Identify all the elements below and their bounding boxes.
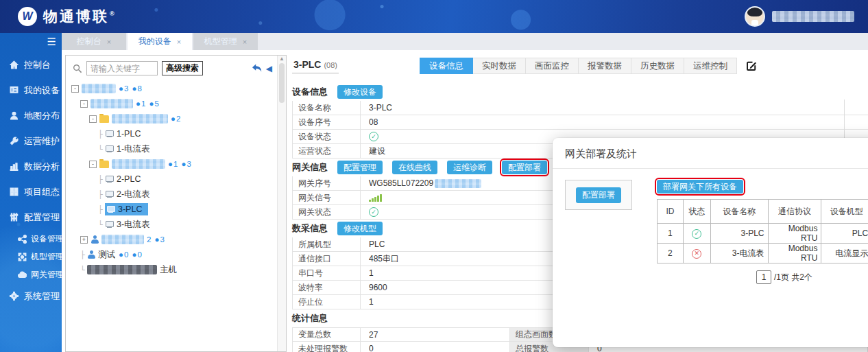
folder-icon [99, 115, 109, 123]
tree-expander-icon[interactable]: - [89, 115, 97, 123]
sidebar-subitem-网关管理[interactable]: 网关管理 [0, 266, 62, 283]
tree-node-测试[interactable]: ├测试●0 ●0 [71, 247, 283, 262]
tree-expander-icon[interactable]: - [89, 161, 97, 168]
undo-arrow-icon[interactable] [252, 64, 263, 73]
window-tab-机型管理[interactable]: 机型管理× [193, 33, 258, 50]
redacted-node-name [101, 235, 144, 244]
tree-node[interactable]: -●2 [71, 111, 283, 126]
wrench-icon [9, 137, 19, 146]
button-运维诊断[interactable]: 运维诊断 [447, 161, 492, 174]
tree-connector: ├ [98, 205, 105, 214]
sidebar-item-控制台[interactable]: 控制台 [0, 52, 62, 78]
cell-status: ✕ [683, 244, 710, 263]
cell-device-name: 3-PLC [710, 224, 768, 244]
tree-expander-icon[interactable]: - [80, 100, 88, 108]
button-配置管理[interactable]: 配置管理 [337, 161, 383, 174]
device-tree-panel: 高级搜索 ◀ -●3 ●8-●1 ●5-●2├1-PLC└1-电流表-●1 ●3… [65, 55, 287, 352]
tree-node-2-电流表[interactable]: ├2-电流表 [71, 187, 283, 202]
sidebar-item-系统管理[interactable]: 系统管理‹ [0, 283, 62, 309]
stats-label: 变量总数 [292, 328, 361, 341]
tab-历史数据[interactable]: 历史数据 [631, 58, 684, 74]
config-deploy-button[interactable]: 配置部署 [576, 187, 621, 203]
chevron-icon: ‹ [67, 212, 71, 222]
tree-node[interactable]: -●1 ●3 [71, 156, 283, 172]
brand-reg-mark: ® [110, 10, 117, 17]
button-修改设备[interactable]: 修改设备 [337, 85, 383, 99]
button-在线曲线[interactable]: 在线曲线 [392, 161, 437, 174]
tab-报警数据[interactable]: 报警数据 [579, 58, 631, 74]
sidebar-item-地图分布[interactable]: 地图分布‹ [0, 103, 62, 128]
window-tab-我的设备[interactable]: 我的设备× [128, 33, 192, 50]
tree-expander-icon[interactable]: + [80, 236, 88, 244]
sidebar-item-label: 系统管理 [24, 290, 60, 303]
tree-node[interactable]: -●3 ●8 [71, 81, 283, 96]
info-value-text: 485串口 [369, 253, 399, 265]
info-label: 设备名称 [292, 101, 361, 115]
sidebar-subitem-机型管理[interactable]: 机型管理 [0, 248, 62, 266]
x-circle-icon: ✕ [692, 249, 701, 259]
info-label: 网关状态 [292, 205, 361, 219]
info-label: 所属机型 [292, 237, 361, 251]
map-person-icon [9, 111, 19, 121]
column-header-状态: 状态 [683, 200, 710, 224]
gear-icon [9, 292, 19, 301]
button-配置部署[interactable]: 配置部署 [502, 161, 547, 174]
redacted-node-name [112, 114, 168, 124]
page-number-box[interactable]: 1 [756, 270, 771, 284]
node-count-badges: ●2 [171, 115, 181, 123]
section-header-设备信息: 设备信息修改设备 [292, 83, 868, 101]
sidebar-item-项目组态[interactable]: 项目组态 [0, 179, 62, 204]
cell-id: 2 [658, 244, 684, 263]
sidebar-item-我的设备[interactable]: 我的设备 [0, 78, 62, 103]
tree-node-1-PLC[interactable]: ├1-PLC [71, 126, 283, 141]
advanced-search-button[interactable]: 高级搜索 [162, 61, 203, 75]
hamburger-menu-icon[interactable]: ☰ [47, 36, 56, 48]
user-area[interactable] [745, 6, 854, 27]
tree-scrollbar[interactable]: ▲ [277, 56, 286, 351]
tree-node-label: 2-电流表 [117, 189, 150, 200]
chart-icon [9, 162, 19, 172]
sidebar-item-配置管理[interactable]: 配置管理‹ [0, 204, 62, 230]
window-tab-控制台[interactable]: 控制台× [62, 33, 126, 50]
tree-node-主机[interactable]: └主机 [71, 262, 283, 277]
tab-画面监控[interactable]: 画面监控 [526, 58, 579, 74]
tree-expander-icon[interactable]: - [71, 85, 79, 93]
sidebar-item-运营维护[interactable]: 运营维护‹ [0, 128, 62, 154]
node-count-badges: ●3 ●8 [119, 84, 143, 93]
tree-search-input[interactable] [86, 61, 158, 75]
stats-value: 0 [361, 342, 510, 352]
device-icon [105, 190, 114, 198]
app-header: W 物通博联® [0, 0, 868, 33]
deploy-all-devices-button[interactable]: 部署网关下所有设备 [657, 180, 743, 193]
cell-device-name: 3-电流表 [710, 244, 768, 263]
button-修改机型[interactable]: 修改机型 [337, 222, 383, 235]
tree-node-1-电流表[interactable]: └1-电流表 [71, 141, 283, 156]
tab-设备信息[interactable]: 设备信息 [420, 58, 473, 74]
info-label: 运营状态 [292, 144, 361, 158]
tab-实时数据[interactable]: 实时数据 [473, 58, 526, 74]
section-title: 网关信息 [292, 161, 328, 174]
info-value-text: 1 [369, 297, 374, 307]
tree-node[interactable]: -●1 ●5 [71, 96, 283, 111]
close-tab-icon[interactable]: × [107, 38, 111, 46]
tab-运维控制[interactable]: 运维控制 [684, 58, 737, 74]
tree-node-2-PLC[interactable]: ├2-PLC [71, 172, 283, 187]
sliders-icon [9, 213, 19, 222]
info-value-text: 1 [369, 268, 374, 278]
brand-logo-icon: W [18, 7, 37, 26]
column-header-ID: ID [658, 200, 684, 224]
tree-node-3-电流表[interactable]: └3-电流表 [71, 217, 283, 232]
sidebar-subitem-设备管理[interactable]: 设备管理 [0, 230, 62, 248]
info-label: 停止位 [292, 295, 361, 309]
table-row: 2✕3-电流表Modbus RTU电流显示成功 [658, 244, 868, 263]
tree-node[interactable]: +2 ●3 [71, 232, 283, 247]
device-title: 3-PLC(08) [292, 59, 339, 73]
tree-node-3-PLC[interactable]: ├3-PLC [71, 202, 283, 217]
edit-square-icon[interactable] [745, 60, 758, 72]
sidebar-item-数据分析[interactable]: 数据分析‹ [0, 154, 62, 179]
collapse-panel-icon[interactable]: ◀ [266, 64, 272, 73]
close-tab-icon[interactable]: × [243, 38, 247, 46]
user-avatar[interactable] [745, 6, 765, 27]
close-tab-icon[interactable]: × [177, 38, 181, 46]
user-name-redacted [772, 11, 854, 22]
